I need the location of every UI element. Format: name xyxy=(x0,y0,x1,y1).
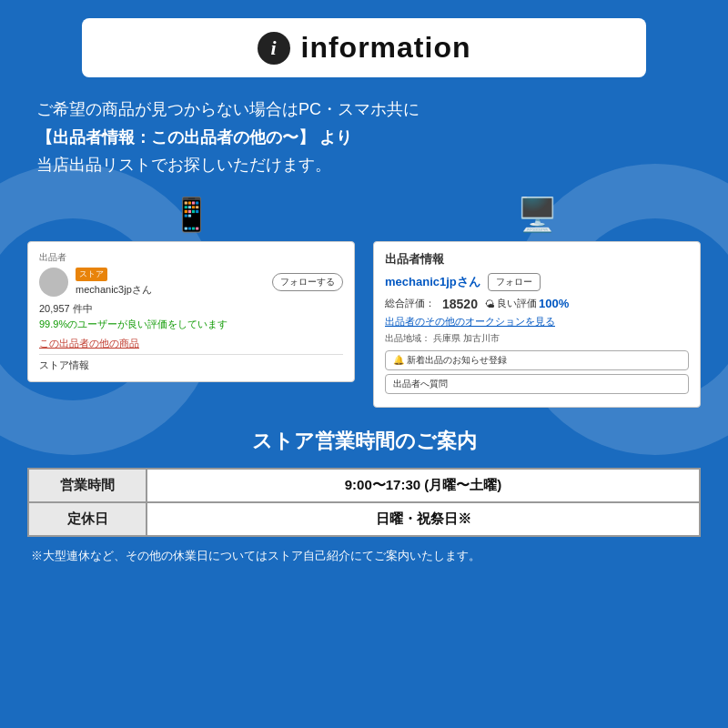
new-listing-button[interactable]: 🔔 新着出品のお知らせ登録 xyxy=(385,350,689,370)
table-row: 営業時間 9:00〜17:30 (月曜〜土曜) xyxy=(28,469,700,502)
right-follow-button[interactable]: フォロー xyxy=(488,273,541,291)
location-value: 兵庫県 加古川市 xyxy=(433,333,500,343)
left-seller-info: ストア mechanic3jpさん xyxy=(76,268,265,297)
hours-table: 営業時間 9:00〜17:30 (月曜〜土曜) 定休日 日曜・祝祭日※ xyxy=(27,468,701,537)
rating-row: 総合評価： 18520 🌤 良い評価 100% xyxy=(385,297,689,311)
main-description: ご希望の商品が見つからない場合はPC・スマホ共に 【出品者情報：この出品者の他の… xyxy=(27,96,701,179)
mobile-icon: 📱 xyxy=(171,196,212,234)
main-text-line3: 当店出品リストでお探しいただけます。 xyxy=(36,151,692,179)
info-icon-letter: i xyxy=(270,36,276,60)
store-hours-section: ストア営業時間のご案内 営業時間 9:00〜17:30 (月曜〜土曜) 定休日 … xyxy=(27,428,701,564)
main-container: i information ご希望の商品が見つからない場合はPC・スマホ共に 【… xyxy=(0,0,728,582)
auction-link[interactable]: 出品者のその他のオークションを見る xyxy=(385,315,689,329)
left-link-text[interactable]: この出品者の他の商品 xyxy=(39,337,343,350)
hours-value: 9:00〜17:30 (月曜〜土曜) xyxy=(147,469,700,502)
left-rating-text: 99.9%のユーザーが良い評価をしています xyxy=(39,318,343,331)
header-box: i information xyxy=(82,18,646,77)
left-stats: 20,957 件中 xyxy=(39,302,343,316)
store-hours-title: ストア営業時間のご案内 xyxy=(27,428,701,455)
screenshots-row: 📱 出品者 ストア mechanic3jpさん フォローする 20,957 件中… xyxy=(27,196,701,408)
footer-note: ※大型連休など、その他の休業日についてはストア自己紹介にてご案内いたします。 xyxy=(27,548,701,564)
left-follow-button[interactable]: フォローする xyxy=(272,273,343,291)
main-text-line2-text: 【出品者情報：この出品者の他の〜】 より xyxy=(36,128,352,147)
right-seller-name: mechanic1jpさん xyxy=(385,274,480,290)
left-seller-name: mechanic3jpさん xyxy=(76,283,265,297)
desktop-icon: 🖥️ xyxy=(517,196,558,234)
right-section-label: 出品者情報 xyxy=(385,251,689,268)
sun-emoji: 🌤 xyxy=(485,298,495,309)
left-seller-row: ストア mechanic3jpさん フォローする xyxy=(39,268,343,297)
table-row: 定休日 日曜・祝祭日※ xyxy=(28,502,700,536)
holiday-label: 定休日 xyxy=(28,502,147,536)
rating-num: 18520 xyxy=(442,297,478,311)
holiday-value: 日曜・祝祭日※ xyxy=(147,502,700,536)
main-text-line2: 【出品者情報：この出品者の他の〜】 より xyxy=(36,124,692,152)
good-label: 良い評価 xyxy=(497,297,537,310)
good-pct: 100% xyxy=(539,297,569,310)
desktop-col: 🖥️ 出品者情報 mechanic1jpさん フォロー 総合評価： 18520 … xyxy=(373,196,701,408)
main-text-line1: ご希望の商品が見つからない場合はPC・スマホ共に xyxy=(36,96,692,124)
good-rating: 🌤 良い評価 100% xyxy=(485,297,569,310)
question-button[interactable]: 出品者へ質問 xyxy=(385,374,689,394)
mobile-col: 📱 出品者 ストア mechanic3jpさん フォローする 20,957 件中… xyxy=(27,196,355,408)
location-text: 出品地域： 兵庫県 加古川市 xyxy=(385,332,689,345)
left-screenshot: 出品者 ストア mechanic3jpさん フォローする 20,957 件中 9… xyxy=(27,241,355,382)
page-title: information xyxy=(301,31,471,65)
store-badge: ストア xyxy=(76,268,107,281)
info-icon: i xyxy=(258,32,290,65)
divider xyxy=(39,354,343,355)
left-bottom-label: ストア情報 xyxy=(39,359,343,372)
location-label: 出品地域： xyxy=(385,333,430,343)
left-section-label: 出品者 xyxy=(39,251,343,264)
right-screenshot: 出品者情報 mechanic1jpさん フォロー 総合評価： 18520 🌤 良… xyxy=(373,241,701,408)
hours-label: 営業時間 xyxy=(28,469,147,502)
avatar xyxy=(39,268,68,297)
rating-label: 総合評価： xyxy=(385,297,435,310)
right-seller-row: mechanic1jpさん フォロー xyxy=(385,273,689,291)
